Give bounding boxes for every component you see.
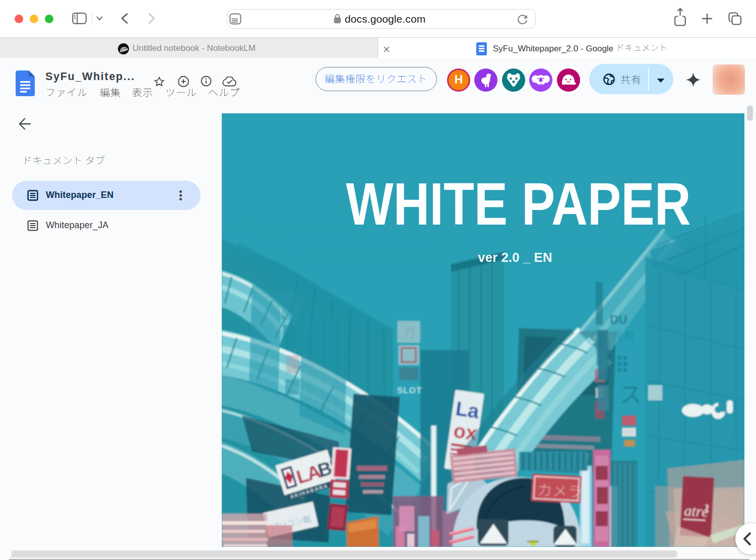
svg-text:SLOT: SLOT: [397, 386, 422, 395]
svg-text:La: La: [454, 397, 481, 423]
svg-text:DU: DU: [610, 313, 627, 326]
svg-text:ver 2.0 _ EN: ver 2.0 _ EN: [478, 250, 552, 265]
svg-text:WHITE PAPER: WHITE PAPER: [346, 171, 690, 237]
svg-text:1: 1: [703, 501, 710, 516]
